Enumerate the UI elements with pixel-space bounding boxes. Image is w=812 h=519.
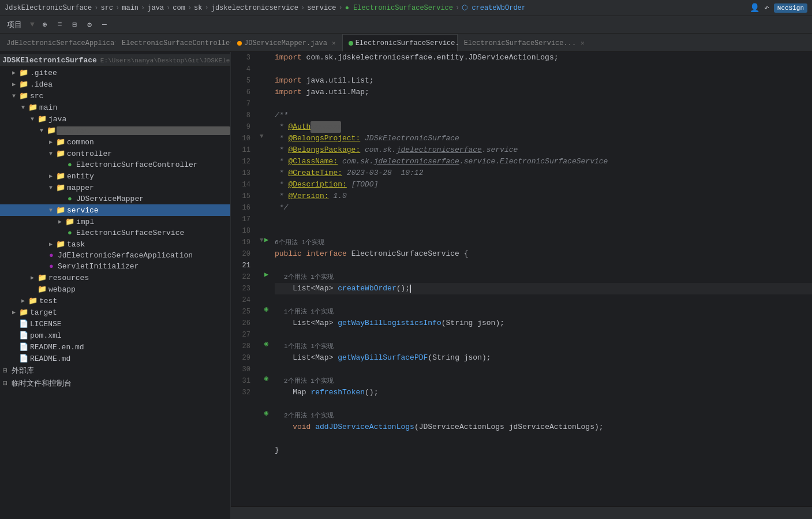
comment-link: jdelectronicserface: [374, 156, 459, 167]
breadcrumb-part: src: [100, 4, 113, 12]
tree-webapp[interactable]: ▶ 📁 webapp: [0, 283, 230, 295]
keyword: interface: [306, 248, 351, 260]
fold-interface-icon[interactable]: ▼: [260, 237, 264, 244]
tab-1[interactable]: JdElectronicSerfaceApplication.java ✕: [0, 34, 115, 51]
tree-idea[interactable]: ▶ 📁 .idea: [0, 79, 230, 90]
back-icon[interactable]: ↶: [764, 3, 769, 13]
comment: *: [275, 133, 288, 144]
line-num-28: 28: [231, 341, 254, 352]
menu-minimize[interactable]: —: [98, 18, 111, 31]
menu-icon2[interactable]: ≡: [53, 18, 67, 31]
tree-license[interactable]: ▶ 📄 LICENSE: [0, 318, 230, 330]
folder-icon: 📁: [37, 285, 47, 294]
arrow-icon: ▼: [46, 207, 55, 214]
arrow-icon: ▶: [9, 69, 18, 76]
folder-icon: 📁: [18, 91, 29, 100]
tree-mapper[interactable]: ▼ 📁 mapper: [0, 182, 230, 193]
bracket: <: [310, 318, 315, 329]
tree-common[interactable]: ▶ 📁 common: [0, 136, 230, 148]
tab-5[interactable]: ElectronicSurfaceService... ✕: [458, 34, 573, 51]
tree-service-file[interactable]: ▶ ● ElectronicSurfaceService: [0, 227, 230, 238]
breadcrumb-sep: ›: [94, 4, 98, 12]
code-line-18: [275, 225, 812, 237]
tree-package[interactable]: ▼ 📁 blurred: [0, 125, 230, 136]
tree-controller-file[interactable]: ▶ ● ElectronicSurfaceController: [0, 159, 230, 170]
line-num-27: 27: [231, 329, 254, 341]
tree-test[interactable]: ▶ 📁 test: [0, 295, 230, 307]
tree-temp-files[interactable]: ⊟ 临时文件和控制台: [0, 377, 230, 390]
breadcrumb-part: java: [147, 4, 164, 12]
tree-app[interactable]: ▶ ● JdElectronicSerfaceApplication: [0, 250, 230, 261]
person-icon[interactable]: 👤: [750, 3, 759, 13]
menu-settings[interactable]: ⚙: [83, 18, 96, 32]
comment: *: [275, 167, 288, 179]
run-icon-23[interactable]: ◉: [264, 305, 268, 313]
arrow-icon: ▶: [46, 173, 55, 180]
code-editor[interactable]: 3 4 5 6 7 8 9 10 11 12 13 14 15 16 17 18…: [231, 52, 812, 506]
tree-target[interactable]: ▶ 📁 target: [0, 307, 230, 318]
tree-servlet[interactable]: ▶ ● ServletInitializer: [0, 261, 230, 272]
run-icon-25[interactable]: ◉: [264, 339, 268, 348]
comment: */: [275, 202, 288, 214]
tree-label: main: [38, 103, 230, 112]
folder-icon: 📁: [18, 68, 29, 77]
line-num-31: 31: [231, 375, 254, 387]
menu-project[interactable]: 项目: [2, 17, 27, 32]
tree-service[interactable]: ▼ 📁 service: [0, 204, 230, 216]
tree-src[interactable]: ▼ 📁 src: [0, 90, 230, 102]
bracket: );: [495, 318, 504, 329]
tree-pom[interactable]: ▶ 📄 pom.xml: [0, 330, 230, 341]
breadcrumb-method: ⬡ createWbOrder: [462, 3, 526, 12]
tree-main[interactable]: ▼ 📁 main: [0, 102, 230, 113]
tab-close-5[interactable]: ✕: [581, 39, 585, 47]
status-bar: [231, 506, 812, 519]
breadcrumb-sep: ›: [301, 4, 305, 12]
menu-icon3[interactable]: ⊟: [68, 18, 81, 32]
keyword: import: [275, 52, 306, 64]
tree-label: java: [47, 115, 230, 124]
folder-icon: 📁: [65, 217, 75, 226]
tree-controller[interactable]: ▼ 📁 controller: [0, 148, 230, 159]
run-icon-29[interactable]: ◉: [264, 409, 268, 417]
bracket: >: [329, 283, 334, 294]
hint-text-29: 2个用法 1个实现: [284, 410, 334, 421]
breadcrumb-sep: ›: [205, 4, 209, 12]
class-name: ElectronicSurfaceService: [351, 248, 464, 260]
tree-resources[interactable]: ▶ 📁 resources: [0, 272, 230, 283]
tree-external-libs[interactable]: ⊟ 外部库: [0, 364, 230, 377]
menu-icon1[interactable]: ⊕: [38, 18, 52, 32]
tab-2[interactable]: ElectronicSurfaceController.java ✕: [115, 34, 231, 51]
bracket: <: [310, 352, 315, 364]
tree-readme[interactable]: ▶ 📄 README.md: [0, 353, 230, 364]
tree-java[interactable]: ▼ 📁 java: [0, 113, 230, 125]
temp-icon: ⊟: [0, 379, 10, 388]
code-line-19: public interface ElectronicSurfaceServic…: [275, 248, 812, 260]
run-icon-27[interactable]: ◉: [264, 374, 268, 383]
type: Map: [315, 352, 328, 364]
tree-gitee[interactable]: ▶ 📁 .gitee: [0, 67, 230, 79]
tab-3[interactable]: JDServiceMapper.java ✕: [231, 34, 342, 51]
tab-4[interactable]: ElectronicSurfaceService.java ✕: [342, 34, 458, 51]
breadcrumb-sep: ›: [188, 4, 192, 12]
tree-mapper-file[interactable]: ▶ ● JDServiceMapper: [0, 193, 230, 204]
code-line-17: [275, 214, 812, 225]
tree-readme-en[interactable]: ▶ 📄 README.en.md: [0, 341, 230, 353]
fold-javadoc-icon[interactable]: ▼: [260, 133, 264, 140]
bracket: (: [441, 318, 446, 329]
space: [473, 318, 477, 329]
tree-label: ElectronicSurfaceService: [75, 229, 230, 237]
tree-entity[interactable]: ▶ 📁 entity: [0, 170, 230, 182]
tree-label: entity: [66, 172, 230, 181]
type: List: [293, 283, 310, 294]
tab-close-3[interactable]: ✕: [332, 39, 336, 47]
run-icon-21[interactable]: ▶: [264, 270, 268, 279]
line-num-8: 8: [231, 110, 254, 121]
folder-icon: 📁: [28, 103, 38, 112]
method-name: addJDServiceActionLogs: [315, 421, 414, 433]
method-name: getWayBillLogisticsInfo: [338, 318, 441, 329]
tree-impl[interactable]: ▶ 📁 impl: [0, 216, 230, 227]
code-line-4: [275, 64, 812, 75]
tree-task[interactable]: ▶ 📁 task: [0, 238, 230, 250]
md-icon: 📄: [18, 342, 29, 352]
run-icon-19[interactable]: ▶: [264, 236, 268, 244]
